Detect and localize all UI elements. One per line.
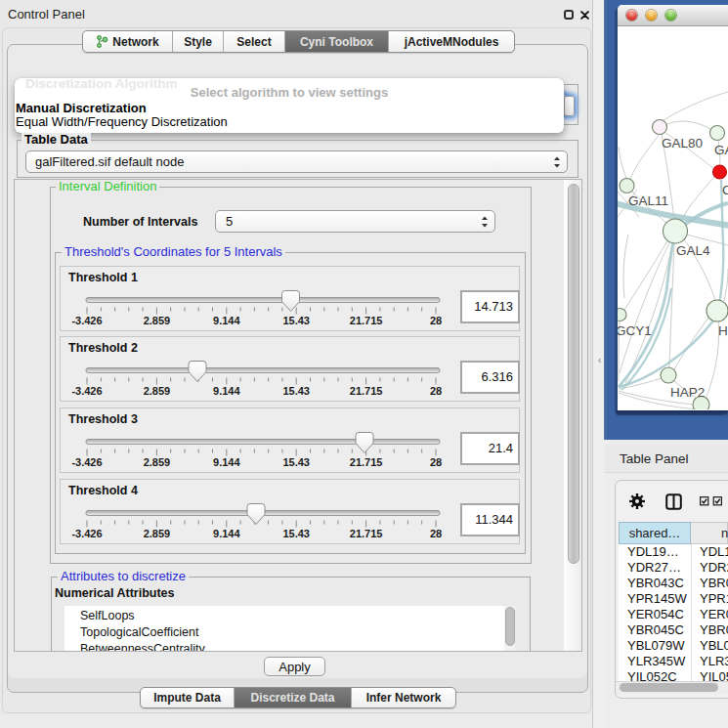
svg-text:15.43: 15.43: [282, 456, 310, 468]
svg-text:H: H: [718, 323, 728, 338]
svg-text:21.715: 21.715: [350, 456, 383, 468]
svg-text:C: C: [722, 183, 728, 197]
svg-text:2.859: 2.859: [144, 385, 171, 397]
svg-text:HAP2: HAP2: [670, 385, 705, 400]
svg-text:2.859: 2.859: [144, 315, 171, 326]
svg-text:-3.426: -3.426: [71, 456, 102, 468]
svg-text:9.144: 9.144: [213, 456, 240, 468]
svg-text:GAL11: GAL11: [628, 193, 668, 208]
svg-text:9.144: 9.144: [213, 385, 240, 397]
svg-text:-3.426: -3.426: [71, 528, 102, 539]
svg-text:28: 28: [430, 385, 442, 397]
svg-text:28: 28: [430, 315, 442, 326]
svg-text:GAL80: GAL80: [662, 136, 703, 150]
svg-text:2.859: 2.859: [144, 456, 171, 468]
svg-text:GAL4: GAL4: [676, 243, 710, 258]
svg-text:28: 28: [430, 456, 442, 468]
svg-text:28: 28: [430, 528, 442, 539]
svg-text:2.859: 2.859: [144, 528, 171, 539]
svg-text:GA: GA: [714, 143, 728, 157]
svg-text:21.715: 21.715: [350, 528, 383, 539]
svg-text:9.144: 9.144: [213, 315, 240, 326]
svg-text:15.43: 15.43: [282, 528, 310, 539]
svg-text:GCY1: GCY1: [618, 323, 652, 338]
svg-text:21.715: 21.715: [350, 385, 383, 397]
svg-text:-3.426: -3.426: [71, 315, 102, 326]
svg-text:15.43: 15.43: [282, 315, 310, 326]
svg-text:-3.426: -3.426: [71, 385, 102, 397]
svg-text:9.144: 9.144: [213, 528, 240, 539]
svg-text:21.715: 21.715: [350, 315, 383, 326]
svg-text:15.43: 15.43: [282, 385, 310, 397]
